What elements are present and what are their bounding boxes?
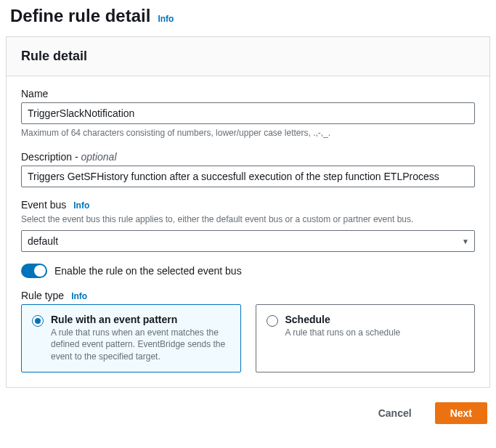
rule-type-label: Rule type bbox=[21, 290, 64, 301]
page-info-link[interactable]: Info bbox=[158, 14, 174, 24]
rule-type-option-event-pattern[interactable]: Rule with an event pattern A rule that r… bbox=[21, 304, 241, 372]
rule-type-option-title: Schedule bbox=[285, 314, 401, 325]
radio-icon bbox=[32, 315, 44, 327]
description-label-main: Description - bbox=[21, 151, 81, 163]
event-bus-info-link[interactable]: Info bbox=[73, 200, 89, 211]
event-bus-helper: Select the event bus this rule applies t… bbox=[21, 213, 475, 226]
name-helper: Maximum of 64 characters consisting of n… bbox=[21, 127, 475, 139]
panel-heading: Rule detail bbox=[21, 49, 475, 64]
rule-type-option-schedule[interactable]: Schedule A rule that runs on a schedule bbox=[256, 304, 476, 372]
next-button[interactable]: Next bbox=[435, 402, 487, 424]
enable-rule-label: Enable the rule on the selected event bu… bbox=[54, 265, 242, 277]
rule-type-option-desc: A rule that runs when an event matches t… bbox=[51, 327, 230, 363]
toggle-knob-icon bbox=[34, 265, 46, 277]
cancel-button[interactable]: Cancel bbox=[364, 402, 426, 424]
event-bus-select[interactable]: default bbox=[21, 230, 475, 252]
event-bus-label: Event bus bbox=[21, 199, 66, 211]
rule-type-info-link[interactable]: Info bbox=[71, 291, 87, 301]
radio-icon bbox=[267, 315, 278, 327]
description-label: Description - optional bbox=[21, 151, 475, 163]
description-input[interactable] bbox=[21, 166, 475, 187]
rule-detail-panel: Rule detail Name Maximum of 64 character… bbox=[6, 36, 490, 388]
footer-actions: Cancel Next bbox=[6, 399, 490, 433]
rule-type-option-desc: A rule that runs on a schedule bbox=[285, 327, 401, 339]
enable-rule-toggle[interactable] bbox=[21, 264, 47, 278]
page-title: Define rule detail bbox=[10, 6, 150, 26]
description-label-optional: optional bbox=[81, 151, 116, 163]
name-input[interactable] bbox=[21, 102, 475, 124]
name-label: Name bbox=[21, 88, 475, 99]
rule-type-option-title: Rule with an event pattern bbox=[51, 314, 230, 325]
